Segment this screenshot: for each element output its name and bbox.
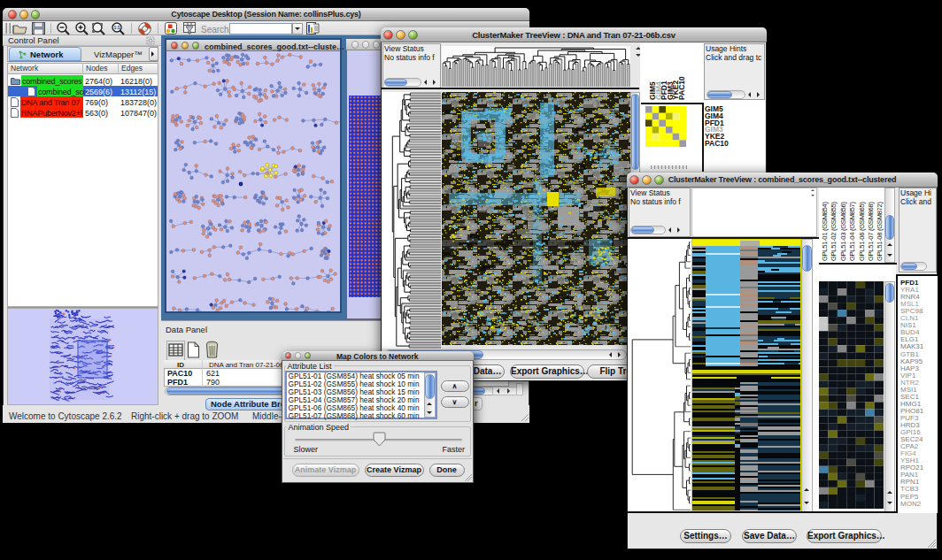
svg-text:GPL51-01 (GSM854): GPL51-01 (GSM854) (821, 202, 829, 261)
svg-text:GPL51-06 (GSM865): GPL51-06 (GSM865) (858, 202, 866, 261)
svg-text:GPL51-04 (GSM857): GPL51-04 (GSM857) (848, 202, 856, 261)
svg-text:GPL51-07 (GSM868): GPL51-07 (GSM868) (867, 202, 875, 261)
svg-text:1:1: 1:1 (113, 25, 120, 30)
svg-text:GPL51-02 (GSM855): GPL51-02 (GSM855) (830, 202, 838, 261)
svg-text:GPL51-08 (GSM872): GPL51-08 (GSM872) (876, 202, 884, 261)
svg-text:PAC10: PAC10 (677, 76, 686, 100)
svg-text:GPL51-03 (GSM856): GPL51-03 (GSM856) (839, 202, 847, 261)
